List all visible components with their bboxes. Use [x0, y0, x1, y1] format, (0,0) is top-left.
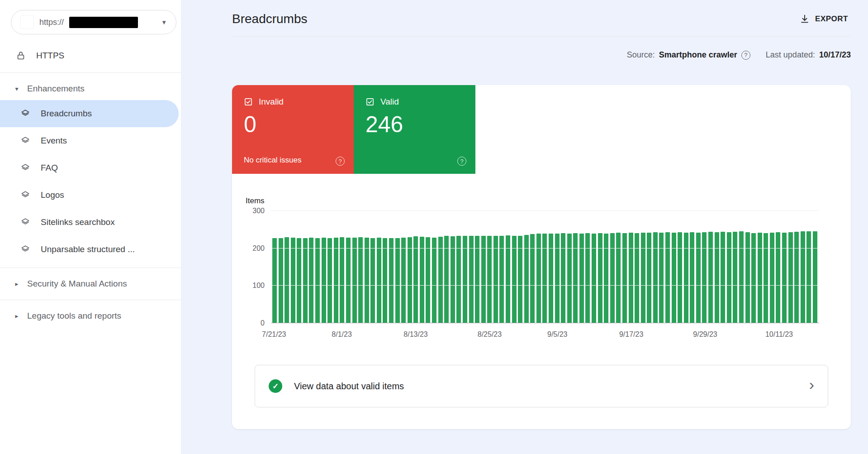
- valid-items-bar[interactable]: [451, 236, 455, 323]
- valid-items-bar[interactable]: [365, 238, 369, 323]
- valid-items-bar[interactable]: [813, 231, 817, 323]
- section-legacy-tools[interactable]: ▸ Legacy tools and reports: [0, 305, 181, 327]
- invalid-status-card[interactable]: Invalid 0 No critical issues ?: [232, 85, 354, 174]
- valid-items-bar[interactable]: [641, 233, 645, 323]
- valid-items-bar[interactable]: [475, 236, 479, 323]
- sidebar-item-sitelinks-searchbox[interactable]: Sitelinks searchbox: [0, 209, 181, 236]
- valid-items-bar[interactable]: [285, 237, 289, 323]
- export-button[interactable]: EXPORT: [797, 14, 851, 24]
- valid-items-bar[interactable]: [764, 233, 768, 323]
- valid-items-bar[interactable]: [758, 233, 762, 323]
- valid-items-bar[interactable]: [696, 233, 701, 323]
- valid-items-bar[interactable]: [395, 238, 400, 323]
- valid-items-bar[interactable]: [684, 233, 688, 323]
- valid-items-bar[interactable]: [665, 232, 670, 323]
- help-icon[interactable]: ?: [336, 157, 345, 166]
- valid-items-bar[interactable]: [413, 236, 418, 323]
- valid-items-bar[interactable]: [420, 237, 424, 323]
- valid-items-bar[interactable]: [801, 231, 805, 323]
- sidebar-item-https[interactable]: HTTPS: [0, 43, 181, 68]
- valid-items-bar[interactable]: [377, 238, 381, 323]
- valid-items-bar[interactable]: [309, 238, 313, 323]
- valid-items-bar[interactable]: [672, 233, 676, 323]
- valid-items-bar[interactable]: [426, 237, 430, 323]
- valid-items-bar[interactable]: [432, 238, 436, 323]
- valid-items-bar[interactable]: [745, 232, 750, 323]
- valid-items-bar[interactable]: [702, 232, 707, 323]
- valid-items-bar[interactable]: [327, 238, 332, 323]
- valid-items-bar[interactable]: [506, 235, 510, 323]
- valid-items-bar[interactable]: [647, 233, 651, 323]
- valid-items-bar[interactable]: [444, 236, 449, 323]
- valid-items-bar[interactable]: [721, 232, 725, 323]
- valid-items-bar[interactable]: [573, 233, 578, 323]
- valid-items-bar[interactable]: [303, 238, 308, 323]
- valid-items-bar[interactable]: [549, 234, 553, 323]
- valid-items-bar[interactable]: [616, 233, 621, 323]
- valid-items-bar[interactable]: [536, 234, 541, 323]
- valid-items-bar[interactable]: [592, 234, 596, 323]
- valid-items-bar[interactable]: [751, 233, 756, 323]
- valid-items-bar[interactable]: [315, 238, 320, 323]
- valid-items-bar[interactable]: [481, 236, 486, 323]
- valid-items-bar[interactable]: [401, 238, 406, 323]
- valid-items-bar[interactable]: [604, 234, 608, 323]
- valid-items-bar[interactable]: [567, 234, 572, 323]
- valid-items-bar[interactable]: [794, 232, 799, 323]
- valid-items-bar[interactable]: [352, 238, 357, 323]
- valid-items-bar[interactable]: [346, 238, 351, 323]
- valid-items-bar[interactable]: [322, 238, 326, 323]
- valid-items-bar[interactable]: [340, 237, 344, 323]
- valid-status-card[interactable]: Valid 246 ?: [354, 85, 475, 174]
- sidebar-item-breadcrumbs[interactable]: Breadcrumbs: [0, 100, 179, 127]
- help-icon[interactable]: ?: [741, 51, 750, 60]
- valid-items-bar[interactable]: [518, 236, 522, 323]
- sidebar-item-unparsable-structured-data[interactable]: Unparsable structured ...: [0, 236, 181, 263]
- valid-items-bar[interactable]: [561, 233, 565, 323]
- valid-items-bar[interactable]: [708, 232, 713, 323]
- sidebar-item-faq[interactable]: FAQ: [0, 154, 181, 182]
- valid-items-bar[interactable]: [610, 233, 615, 323]
- valid-items-bar[interactable]: [389, 238, 394, 323]
- help-icon[interactable]: ?: [457, 157, 466, 166]
- valid-items-bar[interactable]: [542, 234, 547, 323]
- valid-items-bar[interactable]: [383, 238, 387, 323]
- valid-items-bar[interactable]: [678, 232, 682, 323]
- valid-items-bar[interactable]: [776, 232, 780, 323]
- valid-items-bar[interactable]: [635, 233, 639, 323]
- valid-items-bar[interactable]: [622, 233, 627, 323]
- valid-items-bar[interactable]: [690, 232, 694, 323]
- valid-items-bar[interactable]: [788, 232, 793, 323]
- valid-items-bar[interactable]: [463, 236, 467, 323]
- valid-items-bar[interactable]: [598, 233, 602, 323]
- valid-items-bar[interactable]: [438, 237, 443, 323]
- view-valid-items-row[interactable]: ✓ View data about valid items ›: [255, 365, 828, 407]
- valid-items-bar[interactable]: [653, 232, 658, 323]
- valid-items-bar[interactable]: [739, 231, 744, 323]
- section-enhancements[interactable]: ▾ Enhancements: [0, 77, 181, 100]
- valid-items-bar[interactable]: [629, 233, 633, 323]
- valid-items-bar[interactable]: [358, 237, 363, 323]
- valid-items-bar[interactable]: [272, 238, 277, 323]
- valid-items-bar[interactable]: [297, 238, 301, 323]
- valid-items-bar[interactable]: [585, 233, 590, 323]
- valid-items-bar[interactable]: [408, 237, 412, 323]
- valid-items-bar[interactable]: [733, 232, 737, 323]
- valid-items-bar[interactable]: [279, 238, 283, 323]
- valid-items-bar[interactable]: [493, 236, 498, 323]
- section-security-manual-actions[interactable]: ▸ Security & Manual Actions: [0, 272, 181, 295]
- valid-items-bar[interactable]: [782, 233, 787, 323]
- valid-items-bar[interactable]: [512, 236, 517, 323]
- valid-items-bar[interactable]: [806, 231, 811, 323]
- valid-items-bar[interactable]: [469, 236, 474, 323]
- valid-items-bar[interactable]: [499, 236, 504, 323]
- valid-items-bar[interactable]: [579, 234, 584, 323]
- valid-items-bar[interactable]: [555, 234, 560, 323]
- property-selector[interactable]: https:// ▼: [11, 10, 176, 34]
- sidebar-item-logos[interactable]: Logos: [0, 182, 181, 209]
- valid-items-bar[interactable]: [715, 232, 719, 323]
- valid-items-bar[interactable]: [456, 236, 461, 323]
- valid-items-bar[interactable]: [334, 238, 338, 323]
- valid-items-bar[interactable]: [727, 232, 731, 323]
- valid-items-bar[interactable]: [659, 233, 664, 323]
